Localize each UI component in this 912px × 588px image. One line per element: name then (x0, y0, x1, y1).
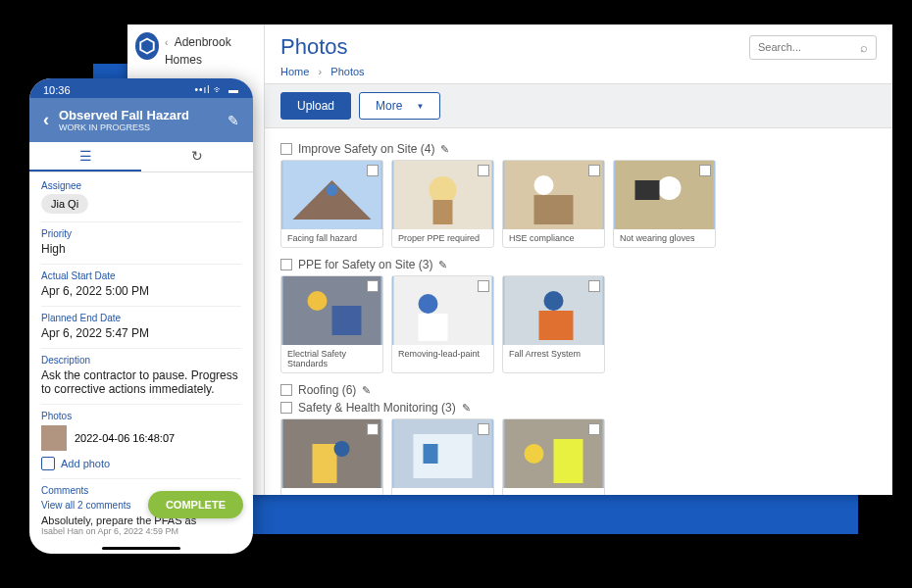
page-title: Photos (280, 34, 348, 60)
svg-rect-6 (433, 200, 453, 224)
svg-point-5 (430, 176, 457, 204)
card-thumbnail (392, 161, 493, 229)
assignee-label: Assignee (41, 180, 241, 191)
card-checkbox[interactable] (367, 280, 379, 292)
comment-meta: Isabel Han on Apr 6, 2022 4:59 PM (41, 526, 241, 536)
status-bar: 10:36 ••ıl ᯤ ▬ (29, 78, 253, 98)
complete-button[interactable]: COMPLETE (148, 491, 243, 518)
card-checkbox[interactable] (367, 165, 379, 176)
card-caption: HSE compliance (503, 229, 604, 247)
card-checkbox[interactable] (588, 165, 600, 176)
svg-rect-12 (635, 180, 660, 200)
card-caption (503, 488, 604, 495)
actual-start-value: Apr 6, 2022 5:00 PM (41, 284, 241, 298)
photo-card[interactable]: Facing fall hazard (280, 160, 383, 248)
photo-card[interactable] (280, 418, 383, 495)
planned-end-label: Planned End Date (41, 313, 241, 323)
card-thumbnail (281, 161, 382, 229)
card-checkbox[interactable] (699, 165, 711, 176)
mobile-header: ‹ Observed Fall Hazard WORK IN PROGRESS … (29, 98, 253, 142)
card-thumbnail (392, 419, 493, 488)
card-thumbnail (281, 419, 382, 488)
mobile-tabs: ☰ ↻ (29, 142, 253, 172)
card-caption (281, 488, 382, 495)
edit-icon[interactable]: ✎ (228, 113, 239, 128)
edit-icon[interactable]: ✎ (462, 402, 471, 415)
photo-item[interactable]: 2022-04-06 16:48:07 (41, 425, 241, 451)
card-checkbox[interactable] (588, 280, 600, 292)
main-panel: Photos ⌕ Home › Photos Upload More ▼ Imp… (265, 24, 892, 495)
svg-point-14 (308, 291, 328, 311)
photo-card[interactable]: Not wearing gloves (613, 160, 716, 248)
edit-icon[interactable]: ✎ (362, 384, 371, 397)
photo-timestamp: 2022-04-06 16:48:07 (75, 432, 175, 444)
svg-rect-26 (414, 434, 473, 478)
card-checkbox[interactable] (478, 423, 489, 435)
upload-button[interactable]: Upload (280, 92, 351, 120)
photo-card[interactable]: Proper PPE required (391, 160, 494, 248)
edit-icon[interactable]: ✎ (440, 143, 449, 156)
card-caption: Fall Arrest System (503, 345, 604, 363)
photo-card[interactable]: HSE compliance (502, 160, 605, 248)
tab-details[interactable]: ☰ (29, 142, 141, 172)
card-thumbnail (392, 276, 493, 345)
section-header[interactable]: Roofing (6) ✎ (280, 383, 877, 397)
photo-thumbnail (41, 425, 67, 451)
svg-point-8 (534, 175, 554, 195)
svg-rect-23 (313, 444, 337, 483)
breadcrumb-home[interactable]: Home (280, 66, 309, 77)
more-button[interactable]: More ▼ (359, 92, 440, 120)
svg-rect-21 (539, 311, 574, 340)
section-checkbox[interactable] (280, 143, 292, 155)
section-title: Improve Safety on Site (4) (298, 142, 434, 156)
edit-icon[interactable]: ✎ (438, 259, 447, 271)
svg-point-17 (419, 294, 438, 314)
svg-point-3 (327, 184, 338, 196)
section-checkbox[interactable] (280, 259, 292, 270)
svg-point-11 (658, 176, 682, 200)
search-box[interactable]: ⌕ (749, 35, 877, 60)
card-checkbox[interactable] (478, 165, 489, 176)
section-header[interactable]: Improve Safety on Site (4) ✎ (280, 142, 877, 156)
app-logo[interactable] (135, 32, 159, 60)
priority-value: High (41, 242, 241, 256)
photo-card[interactable]: Fall Arrest System (502, 275, 605, 373)
tab-history[interactable]: ↻ (141, 142, 253, 172)
more-label: More (376, 99, 402, 113)
card-row: Electrial Safety StandardsRemoving-lead-… (280, 275, 877, 373)
photo-card[interactable]: Electrial Safety Standards (280, 275, 383, 373)
home-indicator (102, 547, 180, 550)
svg-point-20 (544, 291, 564, 311)
breadcrumb-current: Photos (330, 66, 364, 77)
assignee-chip[interactable]: Jia Qi (41, 194, 88, 214)
photo-card[interactable] (391, 418, 494, 495)
photo-card[interactable]: Removing-lead-paint (391, 275, 494, 373)
card-row: Facing fall hazardProper PPE requiredHSE… (280, 160, 877, 248)
search-icon[interactable]: ⌕ (860, 40, 868, 55)
org-selector[interactable]: ‹ Adenbrook Homes (165, 32, 256, 68)
back-button[interactable]: ‹ (43, 110, 49, 130)
search-input[interactable] (758, 41, 860, 53)
section-header[interactable]: PPE for Safety on Site (3) ✎ (280, 258, 877, 271)
svg-marker-0 (140, 39, 154, 54)
card-thumbnail (503, 161, 604, 229)
photo-card[interactable] (502, 418, 605, 495)
card-checkbox[interactable] (367, 423, 379, 435)
add-photo-button[interactable]: Add photo (41, 457, 241, 470)
card-caption: Electrial Safety Standards (281, 345, 382, 372)
add-photo-label: Add photo (61, 458, 110, 469)
svg-point-29 (525, 444, 544, 464)
section-header[interactable]: Safety & Health Monitoring (3) ✎ (280, 401, 877, 415)
mobile-title-block: Observed Fall Hazard WORK IN PROGRESS (59, 108, 218, 132)
card-checkbox[interactable] (478, 280, 489, 292)
svg-rect-15 (332, 306, 362, 335)
status-time: 10:36 (43, 84, 71, 96)
svg-rect-9 (534, 195, 574, 224)
svg-rect-27 (424, 444, 438, 464)
section-checkbox[interactable] (280, 402, 292, 414)
card-caption: Facing fall hazard (281, 229, 382, 247)
section-checkbox[interactable] (280, 384, 292, 396)
card-row (280, 418, 877, 495)
toolbar: Upload More ▼ (265, 83, 892, 128)
card-checkbox[interactable] (588, 423, 600, 435)
